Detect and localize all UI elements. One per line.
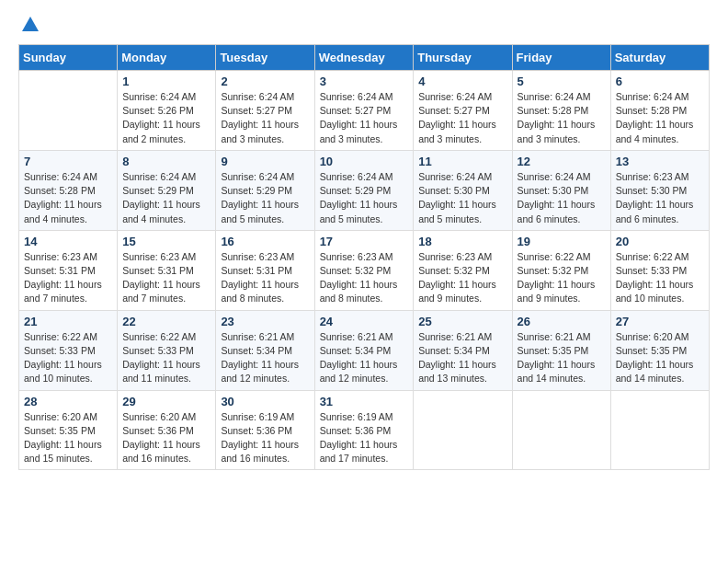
calendar-week-row: 1Sunrise: 6:24 AMSunset: 5:26 PMDaylight… xyxy=(19,71,710,151)
calendar-cell: 31Sunrise: 6:19 AMSunset: 5:36 PMDayligh… xyxy=(314,390,414,470)
day-info: Sunrise: 6:24 AMSunset: 5:30 PMDaylight:… xyxy=(518,170,606,226)
calendar-cell: 29Sunrise: 6:20 AMSunset: 5:36 PMDayligh… xyxy=(118,390,216,470)
calendar-cell: 21Sunrise: 6:22 AMSunset: 5:33 PMDayligh… xyxy=(19,310,118,390)
day-header-friday: Friday xyxy=(512,45,610,71)
day-number: 22 xyxy=(122,315,210,328)
calendar-cell xyxy=(610,390,709,470)
calendar-cell: 11Sunrise: 6:24 AMSunset: 5:30 PMDayligh… xyxy=(414,150,512,230)
calendar-cell: 2Sunrise: 6:24 AMSunset: 5:27 PMDaylight… xyxy=(216,71,314,151)
day-header-sunday: Sunday xyxy=(19,45,118,71)
day-info: Sunrise: 6:21 AMSunset: 5:34 PMDaylight:… xyxy=(221,330,309,386)
calendar-table: SundayMondayTuesdayWednesdayThursdayFrid… xyxy=(18,44,710,470)
day-number: 6 xyxy=(616,75,704,88)
day-info: Sunrise: 6:22 AMSunset: 5:33 PMDaylight:… xyxy=(24,330,112,386)
day-info: Sunrise: 6:24 AMSunset: 5:28 PMDaylight:… xyxy=(616,90,704,146)
day-info: Sunrise: 6:20 AMSunset: 5:35 PMDaylight:… xyxy=(24,410,112,466)
calendar-cell: 14Sunrise: 6:23 AMSunset: 5:31 PMDayligh… xyxy=(19,230,118,310)
logo xyxy=(18,18,40,35)
day-number: 5 xyxy=(518,75,606,88)
calendar-cell: 20Sunrise: 6:22 AMSunset: 5:33 PMDayligh… xyxy=(610,230,709,310)
day-number: 18 xyxy=(418,235,506,248)
day-number: 30 xyxy=(221,395,309,408)
calendar-cell: 22Sunrise: 6:22 AMSunset: 5:33 PMDayligh… xyxy=(118,310,216,390)
calendar-cell: 28Sunrise: 6:20 AMSunset: 5:35 PMDayligh… xyxy=(19,390,118,470)
day-info: Sunrise: 6:24 AMSunset: 5:30 PMDaylight:… xyxy=(418,170,506,226)
logo-icon xyxy=(20,15,40,35)
day-info: Sunrise: 6:23 AMSunset: 5:30 PMDaylight:… xyxy=(616,170,704,226)
day-number: 7 xyxy=(24,155,112,168)
calendar-cell xyxy=(19,71,118,151)
day-info: Sunrise: 6:20 AMSunset: 5:35 PMDaylight:… xyxy=(616,330,704,386)
day-number: 8 xyxy=(122,155,210,168)
day-info: Sunrise: 6:24 AMSunset: 5:29 PMDaylight:… xyxy=(320,170,409,226)
day-info: Sunrise: 6:23 AMSunset: 5:32 PMDaylight:… xyxy=(320,250,409,306)
day-info: Sunrise: 6:21 AMSunset: 5:34 PMDaylight:… xyxy=(418,330,506,386)
calendar-body: 1Sunrise: 6:24 AMSunset: 5:26 PMDaylight… xyxy=(19,71,710,470)
day-info: Sunrise: 6:23 AMSunset: 5:31 PMDaylight:… xyxy=(24,250,112,306)
day-number: 13 xyxy=(616,155,704,168)
day-info: Sunrise: 6:24 AMSunset: 5:27 PMDaylight:… xyxy=(418,90,506,146)
calendar-cell: 6Sunrise: 6:24 AMSunset: 5:28 PMDaylight… xyxy=(610,71,709,151)
day-number: 16 xyxy=(221,235,309,248)
calendar-cell: 12Sunrise: 6:24 AMSunset: 5:30 PMDayligh… xyxy=(512,150,610,230)
day-header-thursday: Thursday xyxy=(414,45,512,71)
calendar-cell: 27Sunrise: 6:20 AMSunset: 5:35 PMDayligh… xyxy=(610,310,709,390)
day-number: 4 xyxy=(418,75,506,88)
day-info: Sunrise: 6:19 AMSunset: 5:36 PMDaylight:… xyxy=(221,410,309,466)
day-number: 17 xyxy=(320,235,409,248)
day-number: 20 xyxy=(616,235,704,248)
day-info: Sunrise: 6:22 AMSunset: 5:33 PMDaylight:… xyxy=(122,330,210,386)
calendar-cell: 30Sunrise: 6:19 AMSunset: 5:36 PMDayligh… xyxy=(216,390,314,470)
day-header-saturday: Saturday xyxy=(610,45,709,71)
day-info: Sunrise: 6:22 AMSunset: 5:33 PMDaylight:… xyxy=(616,250,704,306)
day-info: Sunrise: 6:24 AMSunset: 5:27 PMDaylight:… xyxy=(320,90,409,146)
calendar-cell: 8Sunrise: 6:24 AMSunset: 5:29 PMDaylight… xyxy=(118,150,216,230)
calendar-cell xyxy=(512,390,610,470)
day-number: 9 xyxy=(221,155,309,168)
calendar-header-row: SundayMondayTuesdayWednesdayThursdayFrid… xyxy=(19,45,710,71)
calendar-cell: 26Sunrise: 6:21 AMSunset: 5:35 PMDayligh… xyxy=(512,310,610,390)
day-header-monday: Monday xyxy=(118,45,216,71)
day-number: 15 xyxy=(122,235,210,248)
day-info: Sunrise: 6:24 AMSunset: 5:29 PMDaylight:… xyxy=(122,170,210,226)
day-info: Sunrise: 6:24 AMSunset: 5:27 PMDaylight:… xyxy=(221,90,309,146)
calendar-week-row: 14Sunrise: 6:23 AMSunset: 5:31 PMDayligh… xyxy=(19,230,710,310)
calendar-cell: 7Sunrise: 6:24 AMSunset: 5:28 PMDaylight… xyxy=(19,150,118,230)
day-header-wednesday: Wednesday xyxy=(314,45,414,71)
day-number: 24 xyxy=(320,315,409,328)
day-info: Sunrise: 6:22 AMSunset: 5:32 PMDaylight:… xyxy=(518,250,606,306)
calendar-cell: 24Sunrise: 6:21 AMSunset: 5:34 PMDayligh… xyxy=(314,310,414,390)
day-number: 25 xyxy=(418,315,506,328)
calendar-cell: 18Sunrise: 6:23 AMSunset: 5:32 PMDayligh… xyxy=(414,230,512,310)
calendar-cell: 25Sunrise: 6:21 AMSunset: 5:34 PMDayligh… xyxy=(414,310,512,390)
day-info: Sunrise: 6:23 AMSunset: 5:31 PMDaylight:… xyxy=(122,250,210,306)
day-number: 3 xyxy=(320,75,409,88)
svg-marker-0 xyxy=(22,17,39,31)
day-info: Sunrise: 6:24 AMSunset: 5:28 PMDaylight:… xyxy=(24,170,112,226)
day-info: Sunrise: 6:24 AMSunset: 5:26 PMDaylight:… xyxy=(122,90,210,146)
day-number: 21 xyxy=(24,315,112,328)
calendar-cell: 17Sunrise: 6:23 AMSunset: 5:32 PMDayligh… xyxy=(314,230,414,310)
day-number: 12 xyxy=(518,155,606,168)
day-info: Sunrise: 6:19 AMSunset: 5:36 PMDaylight:… xyxy=(320,410,409,466)
day-number: 10 xyxy=(320,155,409,168)
calendar-cell: 13Sunrise: 6:23 AMSunset: 5:30 PMDayligh… xyxy=(610,150,709,230)
calendar-cell: 16Sunrise: 6:23 AMSunset: 5:31 PMDayligh… xyxy=(216,230,314,310)
day-number: 23 xyxy=(221,315,309,328)
day-number: 31 xyxy=(320,395,409,408)
calendar-cell: 5Sunrise: 6:24 AMSunset: 5:28 PMDaylight… xyxy=(512,71,610,151)
day-info: Sunrise: 6:21 AMSunset: 5:34 PMDaylight:… xyxy=(320,330,409,386)
day-number: 29 xyxy=(122,395,210,408)
calendar-cell: 4Sunrise: 6:24 AMSunset: 5:27 PMDaylight… xyxy=(414,71,512,151)
day-number: 28 xyxy=(24,395,112,408)
day-info: Sunrise: 6:24 AMSunset: 5:28 PMDaylight:… xyxy=(518,90,606,146)
calendar-cell: 10Sunrise: 6:24 AMSunset: 5:29 PMDayligh… xyxy=(314,150,414,230)
calendar-cell: 23Sunrise: 6:21 AMSunset: 5:34 PMDayligh… xyxy=(216,310,314,390)
day-info: Sunrise: 6:24 AMSunset: 5:29 PMDaylight:… xyxy=(221,170,309,226)
calendar-cell xyxy=(414,390,512,470)
day-number: 14 xyxy=(24,235,112,248)
calendar-week-row: 21Sunrise: 6:22 AMSunset: 5:33 PMDayligh… xyxy=(19,310,710,390)
calendar-week-row: 28Sunrise: 6:20 AMSunset: 5:35 PMDayligh… xyxy=(19,390,710,470)
day-number: 27 xyxy=(616,315,704,328)
day-info: Sunrise: 6:21 AMSunset: 5:35 PMDaylight:… xyxy=(518,330,606,386)
